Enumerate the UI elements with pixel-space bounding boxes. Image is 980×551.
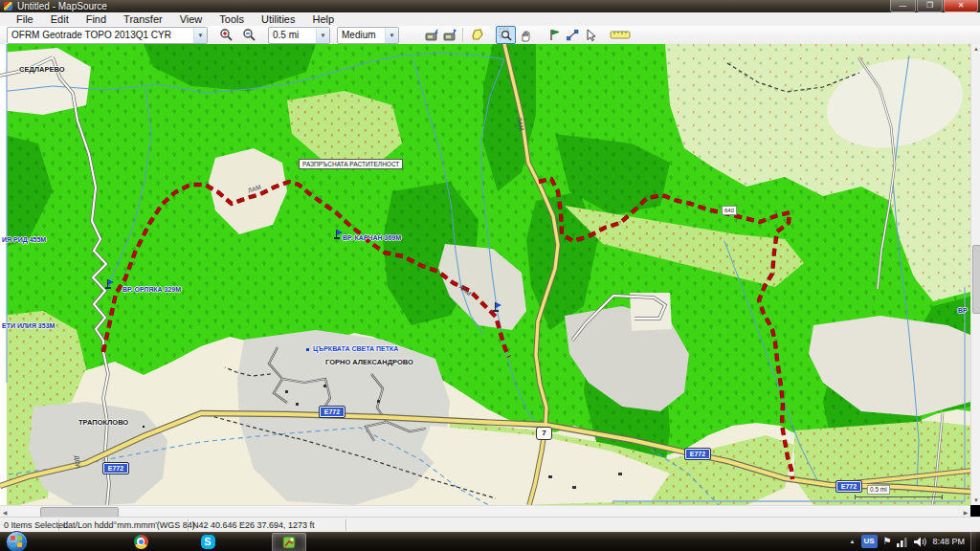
language-indicator[interactable]: US	[861, 535, 878, 548]
status-position-format: Lat/Lon hddd°mm.mmm'(WGS 84)	[59, 519, 189, 531]
map-detail-value: Medium	[338, 30, 385, 40]
magnifier-minus-icon	[242, 28, 256, 42]
menu-bar: File Edit Find Transfer View Tools Utili…	[0, 12, 980, 27]
zoom-tool-button[interactable]	[496, 26, 516, 44]
pan-tool-button[interactable]	[516, 27, 534, 43]
map-scale-combobox[interactable]: 0.5 mi ▼	[268, 27, 330, 44]
action-center-flag-icon[interactable]: ⚑	[883, 535, 892, 548]
receive-from-device-button[interactable]	[440, 27, 458, 43]
scroll-down-arrow[interactable]: ▼	[971, 496, 980, 505]
flag-icon	[547, 28, 562, 42]
magnifier-plus-icon	[219, 28, 234, 42]
measure-tool-button[interactable]	[608, 27, 633, 43]
volume-icon[interactable]	[914, 537, 926, 547]
maximize-button[interactable]: ❐	[917, 0, 943, 12]
map-product-value: OFRM Geotrade TOPO 2013Q1 CYR	[8, 30, 193, 40]
menu-help[interactable]: Help	[303, 12, 343, 26]
tray-expand-icon[interactable]: ▲	[850, 539, 856, 544]
system-tray: ▲ US ⚑ 8:48 PM	[850, 532, 976, 551]
taskbar-chrome-button[interactable]	[124, 533, 157, 550]
map-detail-combobox[interactable]: Medium ▼	[337, 27, 399, 44]
cursor-arrow-icon	[584, 28, 598, 42]
minimize-button[interactable]: —	[890, 0, 916, 12]
send-to-device-icon	[424, 28, 439, 42]
taskbar-mapsource-button[interactable]	[272, 533, 306, 551]
menu-tools[interactable]: Tools	[211, 12, 253, 26]
status-selection: 0 Items Selected	[0, 519, 59, 531]
menu-find[interactable]: Find	[78, 12, 115, 26]
status-cursor-position: N42 40.646 E26 37.694, 1273 ft	[189, 519, 346, 531]
map-select-tool-button[interactable]	[468, 27, 486, 43]
menu-file[interactable]: File	[0, 12, 42, 26]
receive-from-device-icon	[442, 28, 457, 42]
status-spacer	[346, 519, 980, 531]
menu-utilities[interactable]: Utilities	[253, 12, 303, 26]
menu-transfer[interactable]: Transfer	[115, 12, 171, 26]
zoom-out-button[interactable]	[240, 27, 258, 43]
window-title: Untitled - MapSource	[17, 0, 107, 12]
selection-tool-button[interactable]	[582, 27, 600, 43]
chevron-down-icon[interactable]: ▼	[316, 28, 329, 43]
menu-view[interactable]: View	[171, 12, 212, 26]
map-select-tool-icon	[470, 28, 484, 42]
taskbar-clock[interactable]: 8:48 PM	[932, 537, 965, 546]
map-scale-value: 0.5 mi	[269, 30, 316, 40]
taskbar: S ▲ US ⚑ 8:48 PM	[0, 532, 980, 551]
zoom-in-button[interactable]	[217, 27, 235, 43]
network-icon[interactable]	[897, 537, 908, 547]
mapsource-app-icon	[4, 2, 12, 11]
map-image	[0, 44, 970, 505]
chevron-down-icon[interactable]: ▼	[193, 28, 207, 43]
taskbar-skype-button[interactable]: S	[191, 533, 224, 550]
send-to-device-button[interactable]	[422, 27, 440, 43]
title-bar[interactable]: Untitled - MapSource — ❐ ✕	[0, 0, 980, 13]
vertical-scrollbar[interactable]: ▲ ▼	[970, 44, 980, 505]
window-caption-buttons: — ❐ ✕	[889, 0, 978, 12]
toolbar: OFRM Geotrade TOPO 2013Q1 CYR ▼ 0.5 mi ▼…	[0, 26, 980, 45]
vertical-scroll-thumb[interactable]	[972, 245, 980, 314]
route-tool-icon	[566, 28, 580, 42]
chevron-down-icon[interactable]: ▼	[385, 28, 398, 43]
scroll-up-arrow[interactable]: ▲	[971, 44, 980, 54]
mapsource-icon	[282, 536, 296, 549]
status-bar: 0 Items Selected Lat/Lon hddd°mm.mmm'(WG…	[0, 517, 980, 533]
ruler-icon	[610, 29, 631, 41]
waypoint-tool-button[interactable]	[546, 27, 564, 43]
map-canvas[interactable]	[0, 44, 970, 505]
zoom-tool-icon	[499, 28, 513, 42]
skype-icon: S	[201, 535, 215, 549]
hand-icon	[518, 28, 532, 42]
map-product-combobox[interactable]: OFRM Geotrade TOPO 2013Q1 CYR ▼	[7, 27, 208, 44]
start-button[interactable]	[6, 531, 28, 551]
menu-edit[interactable]: Edit	[42, 12, 78, 26]
close-button[interactable]: ✕	[944, 0, 978, 12]
toolbar-separator	[462, 28, 464, 42]
route-tool-button[interactable]	[564, 27, 582, 43]
show-desktop-button[interactable]	[970, 532, 976, 551]
chrome-icon	[134, 535, 148, 549]
